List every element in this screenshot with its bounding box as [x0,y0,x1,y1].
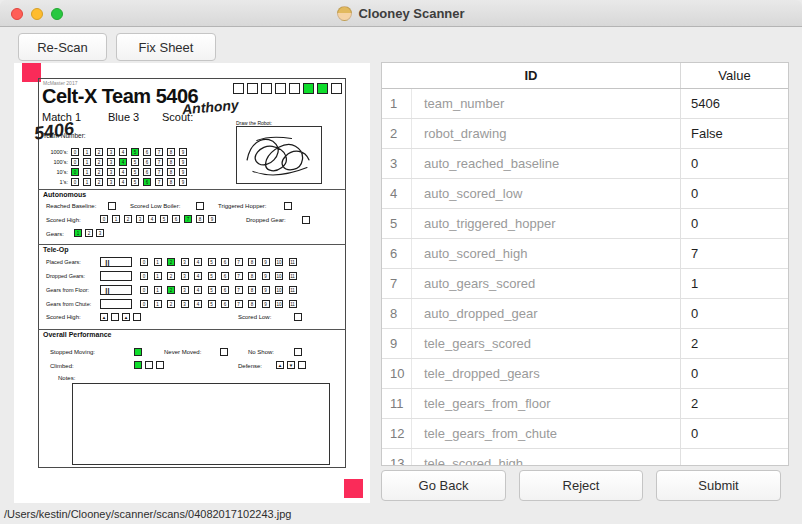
digit-box: 4 [119,148,127,156]
auto-gears-label: Gears: [46,231,64,237]
digit-boxes: 0123456789 [71,168,187,176]
dropped-gear-label: Dropped Gear: [246,217,286,223]
tele-count-box: 10 [275,286,283,294]
tele-count-box: 5 [208,286,216,294]
tele-count-box: 6 [221,258,229,266]
defense-box [298,361,306,369]
robot-drawing-box [236,126,322,184]
id-column-header[interactable]: ID [382,63,680,88]
row-value: 2 [680,389,788,418]
tele-scored-high-box: ▲ [100,313,108,321]
tele-count-box: 2 [167,286,175,294]
clooney-scanner-window: { "colors": { "mark_green": "#0fdd2c", "… [0,0,802,524]
table-row[interactable]: 10tele_dropped_gears0 [382,359,788,389]
reject-button[interactable]: Reject [519,470,643,501]
table-row[interactable]: 6auto_scored_high7 [382,239,788,269]
table-row[interactable]: 1team_number5406 [382,89,788,119]
tele-row-label: Gears from Floor: [46,287,100,293]
rescan-button[interactable]: Re-Scan [18,33,107,61]
row-id: auto_dropped_gear [412,299,680,328]
title-area: Clooney Scanner [0,0,802,26]
row-id: auto_scored_high [412,239,680,268]
tele-count-box: 2 [167,272,175,280]
submit-button[interactable]: Submit [656,470,781,501]
tele-count-box: 2 [167,300,175,308]
digit-boxes: 0123456789 [71,148,187,156]
tele-count-box: 1 [154,300,162,308]
tele-count-box: 0 [140,286,148,294]
tele-count-box: 8 [248,286,256,294]
climbed-box [156,361,164,369]
digit-box: 3 [107,158,115,166]
digit-box: 7 [155,158,163,166]
auto-scored-high-box: 6 [172,215,180,223]
tele-count-box: 10 [275,300,283,308]
no-show-checkbox-mark [294,348,302,356]
fiducial-box [303,83,314,94]
row-number: 11 [382,389,412,418]
tele-count-box: 7 [235,286,243,294]
fiducial-box [247,83,258,94]
tele-scored-low-label: Scored Low: [238,314,271,320]
scored-low-boiler-label: Scored Low Boiler: [130,203,180,209]
climbed-boxes [134,361,164,369]
overall-divider [38,329,346,330]
write-in-box [100,271,132,281]
table-row[interactable]: 4auto_scored_low0 [382,179,788,209]
value-column-header[interactable]: Value [680,63,788,88]
table-row[interactable]: 13tele_scored_high [382,449,788,466]
table-row[interactable]: 12tele_gears_from_chute0 [382,419,788,449]
tele-count-box: 10 [275,258,283,266]
tele-row: Placed Gears:||01234567891011 [46,255,297,269]
digit-row-label: 1's: [43,179,71,185]
climbed-box [145,361,153,369]
row-number: 5 [382,209,412,238]
digit-box: 7 [155,178,163,186]
digit-box: 4 [119,178,127,186]
dropped-gear-checkbox-mark [302,216,310,224]
fix-sheet-button[interactable]: Fix Sheet [116,33,216,61]
table-row[interactable]: 3auto_reached_baseline0 [382,149,788,179]
tele-count-box: 4 [194,286,202,294]
no-show-label: No Show: [248,349,274,355]
tele-scored-high-box [133,313,141,321]
row-value: 0 [680,179,788,208]
auto-scored-high-box: 2 [124,215,132,223]
table-row[interactable]: 9tele_gears_scored2 [382,329,788,359]
table-row[interactable]: 7auto_gears_scored1 [382,269,788,299]
digit-box: 2 [95,178,103,186]
tele-count-box: 9 [262,258,270,266]
tele-count-box: 1 [154,272,162,280]
row-number: 1 [382,89,412,118]
table-row[interactable]: 2robot_drawingFalse [382,119,788,149]
row-value: 0 [680,209,788,238]
table-row[interactable]: 8auto_dropped_gear0 [382,299,788,329]
digit-box: 3 [107,178,115,186]
row-id: tele_dropped_gears [412,359,680,388]
digit-box: 3 [107,148,115,156]
row-number: 2 [382,119,412,148]
digit-row: 1's:0123456789 [43,177,187,187]
row-value [680,449,788,466]
row-id: auto_scored_low [412,179,680,208]
tele-count-box: 10 [275,272,283,280]
digit-row-label: 1000's: [43,149,71,155]
window-title: Clooney Scanner [358,6,464,21]
autonomous-section-label: Autonomous [43,191,86,198]
status-bar: /Users/kestin/Clooney/scanner/scans/0408… [0,505,802,524]
triggered-hopper-label: Triggered Hopper: [218,203,266,209]
table-row[interactable]: 5auto_triggered_hopper0 [382,209,788,239]
tele-count-box: 4 [194,272,202,280]
table-row[interactable]: 11tele_gears_from_floor2 [382,389,788,419]
tele-count-boxes: 01234567891011 [140,258,297,266]
tele-row-label: Placed Gears: [46,259,100,265]
digit-box: 1 [83,158,91,166]
fiducial-box [289,83,300,94]
write-in-box: || [100,257,132,267]
auto-gears-box: 1 [74,229,82,237]
go-back-button[interactable]: Go Back [381,470,506,501]
row-value: False [680,119,788,148]
digit-box: 0 [71,148,79,156]
defense-boxes: ▲▼ [276,361,306,369]
row-value: 2 [680,329,788,358]
